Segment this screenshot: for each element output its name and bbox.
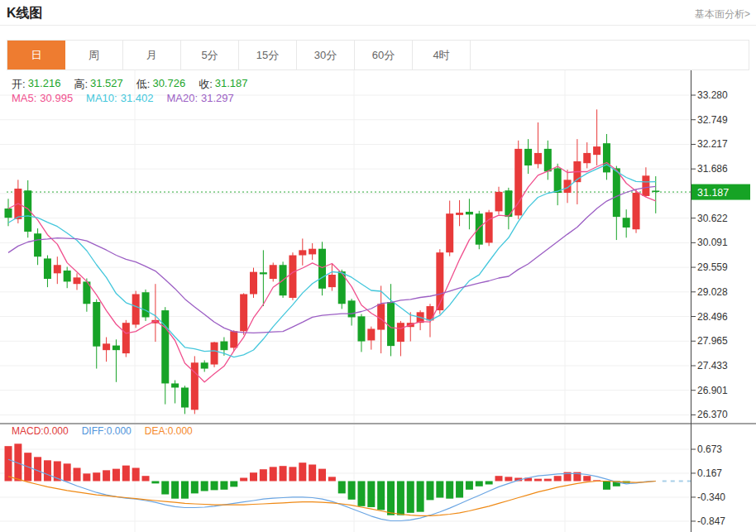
candle-body	[466, 212, 473, 214]
candle-body	[5, 208, 12, 218]
y-axis-label: 29.559	[697, 261, 728, 273]
macd-bar	[93, 472, 100, 481]
fundamental-analysis-link[interactable]: 基本面分析>	[695, 7, 750, 22]
ohlc-row: 开:31.216 高:31.527 低:30.726 收:31.187	[12, 77, 248, 92]
macd-bar	[161, 482, 169, 495]
candle-body	[93, 302, 100, 347]
tab-week[interactable]: 周	[65, 41, 123, 69]
close-label: 收:	[199, 77, 213, 92]
macd-bar	[387, 482, 395, 515]
low-label: 低:	[136, 77, 151, 92]
y-axis-label: 33.280	[697, 89, 728, 101]
candle-body	[476, 213, 483, 244]
macd-label: MACD:	[12, 425, 44, 437]
tab-4hour[interactable]: 4时	[413, 41, 471, 69]
candle-body	[554, 168, 562, 193]
macd-bar	[201, 482, 208, 491]
macd-legend-row: MACD:0.000 DIFF:0.000 DEA:0.000	[12, 425, 193, 437]
macd-bar	[554, 476, 562, 481]
macd-bar	[397, 482, 404, 515]
candle-body	[181, 387, 189, 407]
macd-bar	[220, 482, 227, 490]
tab-5min[interactable]: 5分	[181, 41, 239, 69]
candle-body	[112, 346, 120, 351]
macd-bar	[83, 473, 90, 481]
candle-body	[44, 258, 51, 279]
tab-15min[interactable]: 15分	[239, 41, 297, 69]
macd-axis-label: -0.847	[697, 515, 725, 527]
macd-bar	[171, 482, 179, 499]
close-value: 31.187	[215, 77, 248, 92]
macd-bar	[348, 482, 356, 500]
ma20-line	[8, 186, 656, 333]
candle-body	[524, 149, 532, 165]
open-label: 开:	[12, 77, 26, 92]
candle-body	[142, 292, 150, 317]
dea-label: DEA:	[145, 425, 168, 437]
candle-body	[583, 153, 591, 163]
candle-body	[201, 362, 208, 368]
macd-bar	[240, 477, 247, 481]
title-divider	[0, 25, 756, 26]
candle-body	[211, 343, 218, 365]
candle-body	[230, 331, 237, 347]
tab-month[interactable]: 月	[123, 41, 181, 69]
macd-bar	[456, 482, 463, 498]
macd-bar	[289, 467, 296, 481]
candles	[5, 109, 660, 414]
macd-bar	[495, 476, 503, 481]
y-axis-label: 27.433	[697, 360, 728, 371]
macd-bar	[181, 482, 189, 499]
tab-60min[interactable]: 60分	[355, 41, 413, 69]
candle-body	[289, 256, 296, 298]
candle-body	[357, 316, 365, 341]
macd-bar	[466, 482, 473, 490]
macd-bar	[505, 477, 512, 481]
macd-bar	[5, 446, 12, 481]
ma5-value: 30.995	[40, 92, 73, 104]
candle-body	[161, 310, 169, 383]
candle-body	[318, 249, 326, 289]
candle-body	[446, 213, 453, 252]
candle-body	[260, 272, 267, 274]
macd-bar	[211, 482, 218, 491]
candle-body	[270, 265, 277, 279]
tab-30min[interactable]: 30分	[297, 41, 355, 69]
y-axis-label: 32.749	[697, 114, 728, 126]
candle-body	[64, 271, 71, 281]
ma5-label: MA5:	[12, 92, 36, 104]
macd-bar	[280, 466, 287, 481]
candle-body	[642, 175, 649, 196]
macd-bar	[250, 472, 257, 481]
y-axis-label: 29.028	[697, 286, 728, 298]
macd-axis-label: -0.340	[697, 491, 725, 503]
macd-bar	[74, 467, 81, 481]
y-axis-label: 26.901	[697, 385, 728, 396]
candle-body	[397, 323, 404, 342]
macd-bar	[112, 469, 120, 482]
y-axis-label: 27.965	[697, 335, 728, 347]
high-value: 31.527	[90, 77, 123, 92]
macd-bar	[534, 479, 542, 482]
macd-bar	[417, 482, 424, 512]
low-value: 30.726	[152, 77, 185, 92]
candle-body	[74, 277, 81, 284]
tab-day[interactable]: 日	[7, 41, 65, 69]
macd-bar	[142, 476, 150, 481]
candle-body	[613, 168, 620, 217]
macd-bar	[191, 482, 199, 494]
candle-body	[122, 323, 130, 353]
macd-bar	[446, 482, 453, 499]
macd-axis-label: 0.673	[697, 443, 722, 455]
candle-body	[387, 302, 395, 346]
candle-body	[652, 190, 659, 192]
dea-value: 0.000	[168, 425, 193, 437]
candle-body	[426, 306, 433, 320]
macd-bar	[357, 482, 365, 506]
macd-bar	[407, 482, 414, 513]
macd-bar	[260, 469, 267, 481]
candle-body	[564, 180, 572, 193]
macd-bar	[299, 463, 306, 481]
dea-line	[8, 477, 656, 516]
macd-bar	[64, 463, 71, 481]
